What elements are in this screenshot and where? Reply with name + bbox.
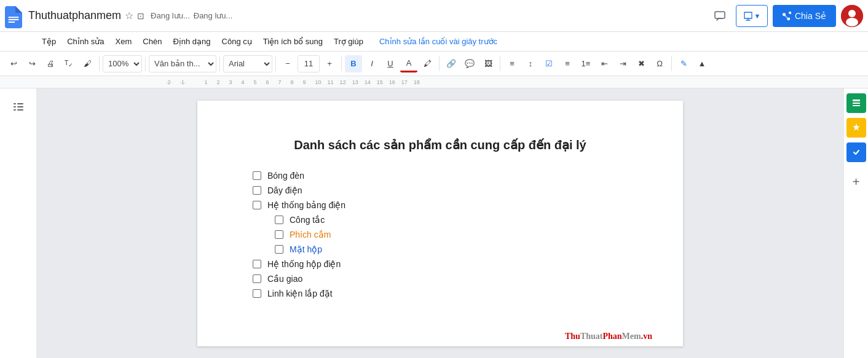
svg-rect-11 [14, 109, 16, 111]
edit-pencil-button[interactable]: ✎ [675, 55, 692, 72]
list-item[interactable]: Linh kiện lắp đặt [253, 289, 628, 298]
undo-button[interactable]: ↩ [5, 55, 22, 72]
document-page: Danh sách các sản phẩm cần cung cấp đến … [197, 101, 683, 346]
add-apps-icon[interactable]: + [846, 172, 866, 192]
star-icon[interactable]: ☆ [125, 10, 133, 21]
font-size-increase[interactable]: + [321, 55, 338, 72]
toolbar: ↩ ↪ 🖨 T✓ 🖌 100% 75% 125% 150% Văn bản th… [0, 52, 868, 76]
line-spacing-button[interactable]: ↕ [522, 55, 539, 72]
font-size-input[interactable] [298, 55, 320, 72]
svg-rect-3 [715, 12, 725, 18]
document-title[interactable]: Thuthuatphanmem [28, 9, 121, 22]
italic-button[interactable]: I [363, 55, 381, 72]
print-button[interactable]: 🖨 [42, 55, 59, 72]
align-button[interactable]: ≡ [503, 55, 521, 72]
checkbox[interactable] [275, 216, 283, 224]
list-item[interactable]: Công tắc [275, 215, 628, 225]
checkbox[interactable] [253, 171, 261, 180]
text-color-button[interactable]: A [400, 55, 417, 72]
checklist-button[interactable]: ☑ [540, 55, 558, 72]
checkbox[interactable] [253, 260, 261, 268]
list-item[interactable]: Hệ thống hộp điện [253, 259, 628, 269]
list-item[interactable]: Bóng đèn [253, 171, 628, 181]
separator3 [219, 56, 220, 71]
style-select[interactable]: Văn bản th... Heading 1 Heading 2 [149, 55, 216, 72]
checkbox[interactable] [253, 201, 261, 209]
user-avatar[interactable] [841, 5, 863, 27]
svg-point-5 [848, 10, 856, 17]
list-item[interactable]: Phích cắm [275, 230, 628, 239]
font-select[interactable]: Arial Times New Roman Courier New [223, 55, 272, 72]
present-icon[interactable]: ▼ [736, 5, 768, 27]
svg-rect-9 [14, 106, 16, 107]
zoom-select[interactable]: 100% 75% 125% 150% [103, 55, 142, 72]
clear-format-button[interactable]: ✖ [633, 55, 650, 72]
watermark-thu: Thu [565, 332, 580, 341]
list-item[interactable]: Cầu giao [253, 274, 628, 284]
list-item[interactable]: Dây điện [253, 185, 628, 195]
special-chars-button[interactable]: Ω [651, 55, 668, 72]
bullet-list-button[interactable]: ≡ [559, 55, 576, 72]
move-icon[interactable]: ⊡ [137, 11, 144, 21]
app-icon[interactable] [5, 6, 25, 26]
menu-tien-ich[interactable]: Tiện ích bổ sung [258, 34, 328, 49]
menu-cong-cu[interactable]: Công cụ [217, 34, 257, 49]
title-area: Thuthuatphanmem ☆ ⊡ Đang lưu... Đang lưu… [28, 9, 705, 22]
outline-toggle[interactable] [7, 96, 30, 118]
menu-chinh-sua[interactable]: Chỉnh sửa [62, 34, 109, 49]
insert-comment-button[interactable]: 💬 [461, 55, 478, 72]
insert-image-button[interactable]: 🖼 [479, 55, 497, 72]
highlight-button[interactable]: 🖍 [419, 55, 436, 72]
indent-less-button[interactable]: ⇤ [596, 55, 613, 72]
checklist: Bóng đèn Dây điện Hệ thống bảng điện [253, 171, 628, 298]
svg-rect-10 [17, 106, 23, 107]
menu-xem[interactable]: Xem [111, 34, 137, 49]
checkbox[interactable] [253, 289, 261, 298]
svg-rect-15 [853, 103, 860, 104]
bold-button[interactable]: B [345, 55, 362, 72]
menu-dinh-dang[interactable]: Định dạng [168, 34, 215, 49]
keep-icon[interactable] [846, 118, 866, 138]
list-item[interactable]: Hệ thống bảng điện [253, 200, 628, 210]
watermark-dot-vn: .vn [641, 332, 652, 341]
redo-button[interactable]: ↪ [23, 55, 41, 72]
svg-point-6 [846, 18, 858, 26]
menu-tro-giup[interactable]: Trợ giúp [329, 34, 368, 49]
item-text: Mặt hộp [290, 244, 322, 254]
numbered-list-button[interactable]: 1≡ [577, 55, 594, 72]
font-size-decrease[interactable]: − [279, 55, 296, 72]
separator6 [439, 56, 440, 71]
document-area[interactable]: Danh sách các sản phẩm cần cung cấp đến … [37, 88, 843, 358]
checkbox[interactable] [275, 245, 283, 254]
share-button[interactable]: Chia Sẻ [773, 5, 836, 27]
paint-format-button[interactable]: 🖌 [79, 55, 96, 72]
list-item-nested-container: Công tắc Phích cắm Mặt hộp [253, 215, 628, 254]
document-heading[interactable]: Danh sách các sản phẩm cần cung cấp đến … [253, 138, 628, 152]
svg-rect-0 [8, 17, 18, 18]
indent-more-button[interactable]: ⇥ [614, 55, 631, 72]
item-text: Công tắc [290, 215, 325, 225]
item-text: Phích cắm [290, 230, 331, 239]
menu-tep[interactable]: Tệp [37, 34, 61, 49]
list-item[interactable]: Mặt hộp [275, 244, 628, 254]
right-sidebar: + [843, 88, 868, 358]
last-edit-info[interactable]: Chỉnh sửa lần cuối vài giây trước [379, 37, 497, 46]
separator8 [671, 56, 672, 71]
item-text: Bóng đèn [267, 171, 304, 181]
underline-button[interactable]: U [382, 55, 399, 72]
menu-chen[interactable]: Chèn [138, 34, 167, 49]
svg-rect-14 [853, 99, 860, 101]
insert-link-button[interactable]: 🔗 [443, 55, 460, 72]
checkbox[interactable] [275, 230, 283, 239]
item-text: Dây điện [267, 185, 302, 195]
checkbox[interactable] [253, 274, 261, 283]
svg-rect-2 [8, 21, 15, 23]
watermark-phan: Phan [602, 332, 621, 341]
item-text: Linh kiện lắp đặt [267, 289, 333, 298]
sheets-icon[interactable] [846, 93, 866, 113]
checkbox[interactable] [253, 186, 261, 195]
comments-icon[interactable] [709, 5, 731, 27]
spellcheck-button[interactable]: T✓ [60, 55, 77, 72]
collapse-toolbar[interactable]: ▲ [693, 55, 711, 72]
tasks-icon[interactable] [846, 142, 866, 162]
